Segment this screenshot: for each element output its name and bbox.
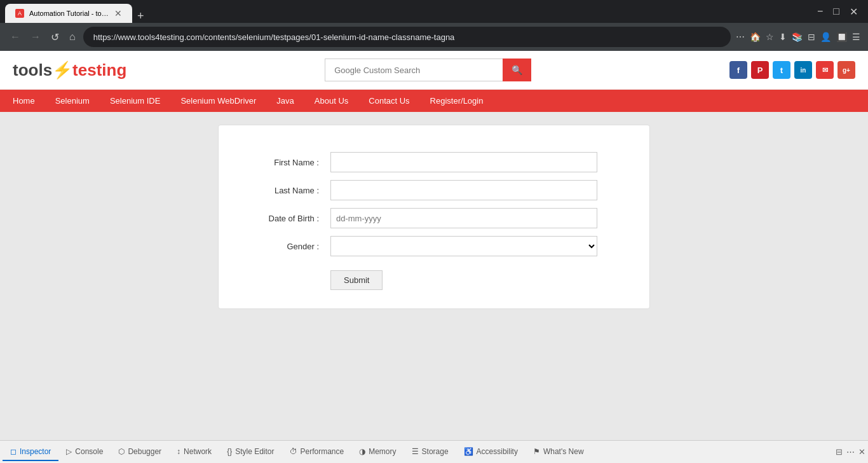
social-icons: f P t in ✉ g+ — [729, 61, 855, 79]
devtools-tab-whats-new[interactable]: ⚑ What's New — [526, 443, 592, 461]
logo-testing: testing — [72, 60, 126, 80]
search-container: 🔍 — [325, 59, 531, 81]
titlebar: A Automation Tutorial - tools4te... ✕ + … — [0, 0, 868, 23]
style-editor-label: Style Editor — [235, 447, 274, 456]
twitter-icon[interactable]: t — [773, 61, 790, 79]
network-label: Network — [184, 447, 212, 456]
inspector-label: Inspector — [20, 447, 51, 456]
devtools-tab-console[interactable]: ▷ Console — [58, 443, 111, 461]
table-row: Gender : Male Female Other — [249, 236, 619, 256]
devtools-right-buttons: ⊟ ⋯ ✕ — [836, 447, 865, 457]
debugger-icon: ⬡ — [118, 447, 125, 456]
url-input[interactable] — [83, 27, 731, 47]
performance-icon: ⏱ — [290, 447, 297, 456]
nav-java[interactable]: Java — [266, 90, 304, 112]
devtools-tab-memory[interactable]: ◑ Memory — [351, 443, 403, 461]
network-icon: ↕ — [177, 447, 180, 456]
devtools-tab-performance[interactable]: ⏱ Performance — [282, 443, 352, 461]
first-name-input[interactable] — [330, 152, 597, 172]
last-name-label: Last Name : — [249, 180, 325, 200]
table-row: First Name : — [249, 152, 619, 172]
home-button[interactable]: ⌂ — [67, 29, 78, 45]
memory-icon: ◑ — [359, 447, 365, 456]
console-label: Console — [75, 447, 103, 456]
memory-label: Memory — [369, 447, 396, 456]
nav-selenium-webdriver[interactable]: Selenium WebDriver — [170, 90, 266, 112]
extensions-icon[interactable]: 🔲 — [836, 32, 847, 42]
active-tab[interactable]: A Automation Tutorial - tools4te... ✕ — [5, 4, 132, 23]
email-icon[interactable]: ✉ — [816, 61, 834, 79]
devtools-panel: ◻ Inspector ▷ Console ⬡ Debugger ↕ Netwo… — [0, 440, 868, 463]
star-icon[interactable]: ☆ — [766, 32, 774, 42]
devtools-tab-inspector[interactable]: ◻ Inspector — [3, 443, 58, 461]
devtools-close-button[interactable]: ✕ — [858, 447, 865, 457]
nav-contact-us[interactable]: Contact Us — [358, 90, 419, 112]
inspector-icon: ◻ — [10, 447, 17, 456]
window-controls: − □ ✕ — [812, 3, 863, 20]
google-plus-icon[interactable]: g+ — [837, 61, 855, 79]
minimize-button[interactable]: − — [812, 3, 828, 20]
new-tab-button[interactable]: + — [137, 10, 144, 23]
devtools-tab-storage[interactable]: ☰ Storage — [404, 443, 456, 461]
search-input[interactable] — [325, 59, 503, 81]
form-card: First Name : Last Name : Date of Birth : — [218, 125, 650, 309]
form-table: First Name : Last Name : Date of Birth : — [244, 144, 624, 298]
dob-input[interactable] — [330, 208, 597, 228]
nav-selenium[interactable]: Selenium — [45, 90, 100, 112]
devtools-overflow-button[interactable]: ⋯ — [846, 447, 855, 457]
submit-row: Submit — [249, 264, 619, 290]
devtools-toolbar: ◻ Inspector ▷ Console ⬡ Debugger ↕ Netwo… — [0, 441, 868, 463]
gender-label: Gender : — [249, 236, 325, 256]
gender-select[interactable]: Male Female Other — [330, 236, 597, 256]
logo-tools: tools — [13, 60, 52, 80]
storage-label: Storage — [422, 447, 449, 456]
download-icon[interactable]: ⬇ — [779, 32, 787, 42]
forward-button[interactable]: → — [28, 29, 43, 45]
table-row: Date of Birth : — [249, 208, 619, 228]
toolbar-icons: ⬇ 📚 ⊟ 👤 🔲 ☰ — [779, 32, 860, 42]
nav-about-us[interactable]: About Us — [304, 90, 358, 112]
linkedin-icon[interactable]: in — [794, 61, 812, 79]
whats-new-icon: ⚑ — [533, 447, 540, 456]
devtools-dock-button[interactable]: ⊟ — [836, 447, 843, 457]
last-name-input[interactable] — [330, 180, 597, 200]
devtools-tab-network[interactable]: ↕ Network — [169, 443, 219, 461]
close-button[interactable]: ✕ — [844, 3, 863, 20]
tab-favicon: A — [15, 9, 24, 18]
library-icon[interactable]: 📚 — [792, 32, 803, 42]
site-logo: tools ⚡ testing — [13, 60, 126, 80]
storage-icon: ☰ — [412, 447, 419, 456]
tab-close-button[interactable]: ✕ — [114, 8, 122, 18]
table-row: Last Name : — [249, 180, 619, 200]
refresh-button[interactable]: ↺ — [48, 29, 62, 46]
site-header: tools ⚡ testing 🔍 f P t in ✉ g+ — [0, 51, 868, 90]
address-bar-icons: ⋯ 🏠 ☆ — [736, 32, 774, 42]
avatar-icon[interactable]: 👤 — [820, 32, 831, 42]
more-icon[interactable]: ⋯ — [736, 32, 745, 42]
tab-title: Automation Tutorial - tools4te... — [29, 10, 109, 17]
browser-content: tools ⚡ testing 🔍 f P t in ✉ g+ Home Sel… — [0, 51, 868, 440]
first-name-label: First Name : — [249, 152, 325, 172]
whats-new-label: What's New — [543, 447, 584, 456]
nav-selenium-ide[interactable]: Selenium IDE — [100, 90, 170, 112]
maximize-button[interactable]: □ — [828, 3, 844, 20]
devtools-tab-style-editor[interactable]: {} Style Editor — [219, 443, 281, 461]
devtools-tab-accessibility[interactable]: ♿ Accessibility — [456, 443, 526, 461]
pinterest-icon[interactable]: P — [751, 61, 769, 79]
nav-home[interactable]: Home — [3, 90, 45, 112]
menu-icon[interactable]: ☰ — [852, 32, 860, 42]
pocket-icon[interactable]: 🏠 — [750, 32, 761, 42]
logo-lightning: ⚡ — [52, 60, 72, 80]
back-button[interactable]: ← — [8, 29, 23, 45]
dob-label: Date of Birth : — [249, 208, 325, 228]
synced-tabs-icon[interactable]: ⊟ — [808, 32, 815, 42]
performance-label: Performance — [301, 447, 344, 456]
nav-register-login[interactable]: Register/Login — [420, 90, 494, 112]
devtools-tab-debugger[interactable]: ⬡ Debugger — [111, 443, 169, 461]
page-content: First Name : Last Name : Date of Birth : — [0, 112, 868, 440]
address-bar-container: ← → ↺ ⌂ ⋯ 🏠 ☆ ⬇ 📚 ⊟ 👤 🔲 ☰ — [0, 23, 868, 51]
accessibility-label: Accessibility — [477, 447, 518, 456]
facebook-icon[interactable]: f — [729, 61, 747, 79]
submit-button[interactable]: Submit — [330, 270, 383, 290]
search-button[interactable]: 🔍 — [503, 59, 531, 81]
